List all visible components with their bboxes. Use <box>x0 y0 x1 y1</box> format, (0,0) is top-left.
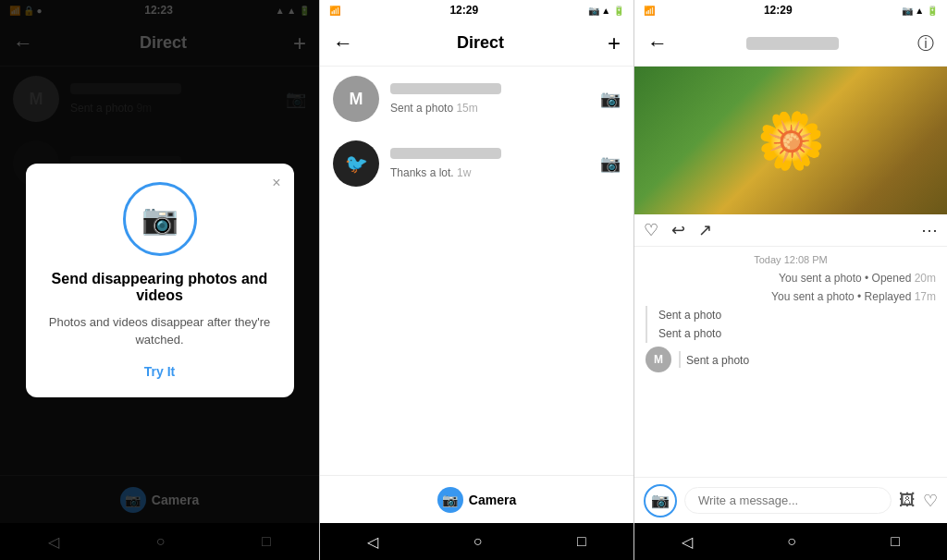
avatar-middle-1: M <box>333 76 379 122</box>
chat-msg-2: You sent a photo • Replayed 17m <box>634 287 947 306</box>
camera-input-button[interactable]: 📷 <box>644 484 677 517</box>
received-msg-3: Sent a photo <box>679 351 936 368</box>
panel-middle: 📶 12:29 📷 ▲ 🔋 ← Direct + M Sent a photo … <box>319 0 633 560</box>
chat-actions-row: ♡ ↩ ↗ ⋯ <box>634 214 947 247</box>
chat-received-1: Sent a photo <box>634 306 947 324</box>
convo-name-middle-1 <box>390 83 501 94</box>
camera-modal-icon: 📷 <box>141 201 178 237</box>
heart-icon[interactable]: ♡ <box>923 491 938 511</box>
battery-right: 📷 ▲ 🔋 <box>902 6 938 16</box>
received-photo-text-3: Sent a photo <box>686 354 749 367</box>
share-icon[interactable]: ↗ <box>698 220 712 240</box>
android-nav-right: ◁ ○ □ <box>634 523 947 560</box>
status-bar-middle: 📶 12:29 📷 ▲ 🔋 <box>320 0 633 20</box>
avatar-middle-2: 🐦 <box>333 140 379 187</box>
android-recents-middle[interactable]: □ <box>577 533 586 550</box>
modal-disappearing: × 📷 Send disappearing photos and videos … <box>26 164 294 397</box>
spacer-actions <box>725 220 908 240</box>
back-button-right[interactable]: ← <box>647 31 668 55</box>
camera-icon-middle-2: 📷 <box>600 153 621 174</box>
chat-received-3: M Sent a photo <box>634 343 947 376</box>
divider-3 <box>679 351 681 368</box>
camera-label-middle: Camera <box>469 493 516 507</box>
android-nav-middle: ◁ ○ □ <box>320 523 633 560</box>
modal-desc: Photos and videos disappear after they'r… <box>44 313 276 349</box>
android-home-right[interactable]: ○ <box>787 533 796 550</box>
more-icon[interactable]: ⋯ <box>921 220 938 240</box>
chat-nav-right: ← ⓘ <box>634 20 947 67</box>
gallery-icon[interactable]: 🖼 <box>899 491 916 510</box>
info-icon-right[interactable]: ⓘ <box>917 32 934 55</box>
modal-icon-circle: 📷 <box>123 182 197 256</box>
divider-2 <box>646 324 647 343</box>
convo-item-middle-2[interactable]: 🐦 Thanks a lot. 1w 📷 <box>320 131 633 196</box>
status-bar-right: 📶 12:29 📷 ▲ 🔋 <box>634 0 947 20</box>
android-recents-right[interactable]: □ <box>891 533 900 550</box>
convo-sub-middle-1: Sent a photo 15m <box>390 102 478 115</box>
spacer-middle <box>320 271 633 475</box>
android-back-middle[interactable]: ◁ <box>367 533 378 551</box>
panel-right: 📶 12:29 📷 ▲ 🔋 ← ⓘ ♡ ↩ ↗ ⋯ Today 12:08 PM… <box>633 0 947 560</box>
android-home-middle[interactable]: ○ <box>474 533 483 550</box>
chat-body-right: ♡ ↩ ↗ ⋯ Today 12:08 PM You sent a photo … <box>634 67 947 477</box>
title-middle: Direct <box>457 33 504 53</box>
received-photo-text-1: Sent a photo <box>651 309 721 322</box>
convo-sub-middle-2: Thanks a lot. 1w <box>390 166 471 179</box>
chat-received-2: Sent a photo <box>634 324 947 343</box>
panel-left: 📶 🔒 ● 12:23 ▲ ▲ 🔋 ← Direct + M Sent a ph… <box>0 0 319 560</box>
like-icon[interactable]: ♡ <box>644 220 658 240</box>
chat-photo-flower <box>634 67 947 214</box>
chat-msg-1: You sent a photo • Opened 20m <box>634 269 947 287</box>
time-right: 12:29 <box>764 4 793 17</box>
back-button-middle[interactable]: ← <box>333 31 353 55</box>
status-icons-middle: 📶 <box>329 6 340 16</box>
camera-icon-circle-middle: 📷 <box>437 487 463 513</box>
chat-contact-name <box>746 37 839 50</box>
convo-info-middle-2: Thanks a lot. 1w <box>390 148 589 180</box>
convo-list-middle: M Sent a photo 15m 📷 🐦 Thanks a lot. 1w … <box>320 67 633 271</box>
camera-button-middle[interactable]: 📷 Camera <box>437 487 516 513</box>
android-back-right[interactable]: ◁ <box>682 533 693 551</box>
convo-item-middle-1[interactable]: M Sent a photo 15m 📷 <box>320 67 633 131</box>
modal-close-button[interactable]: × <box>272 175 280 191</box>
modal-overlay: × 📷 Send disappearing photos and videos … <box>0 0 319 560</box>
reply-icon[interactable]: ↩ <box>671 220 685 240</box>
modal-title: Send disappearing photos and videos <box>44 271 276 304</box>
bottom-bar-middle: 📷 Camera <box>320 475 633 523</box>
small-avatar-right: M <box>646 347 671 372</box>
divider-1 <box>646 306 647 324</box>
chat-timestamp: Today 12:08 PM <box>634 247 947 269</box>
convo-name-middle-2 <box>390 148 501 159</box>
message-input[interactable] <box>684 487 892 514</box>
new-message-button-middle[interactable]: + <box>608 30 621 56</box>
chat-input-bar: 📷 🖼 ♡ <box>634 477 947 523</box>
camera-icon-middle-1: 📷 <box>600 89 621 109</box>
status-icons-right: 📶 <box>644 6 655 16</box>
battery-middle: 📷 ▲ 🔋 <box>588 6 624 16</box>
received-photo-text-2: Sent a photo <box>651 327 721 340</box>
convo-info-middle-1: Sent a photo 15m <box>390 83 589 116</box>
time-middle: 12:29 <box>449 4 478 17</box>
nav-bar-middle: ← Direct + <box>320 20 633 67</box>
modal-try-it-button[interactable]: Try It <box>44 364 276 379</box>
